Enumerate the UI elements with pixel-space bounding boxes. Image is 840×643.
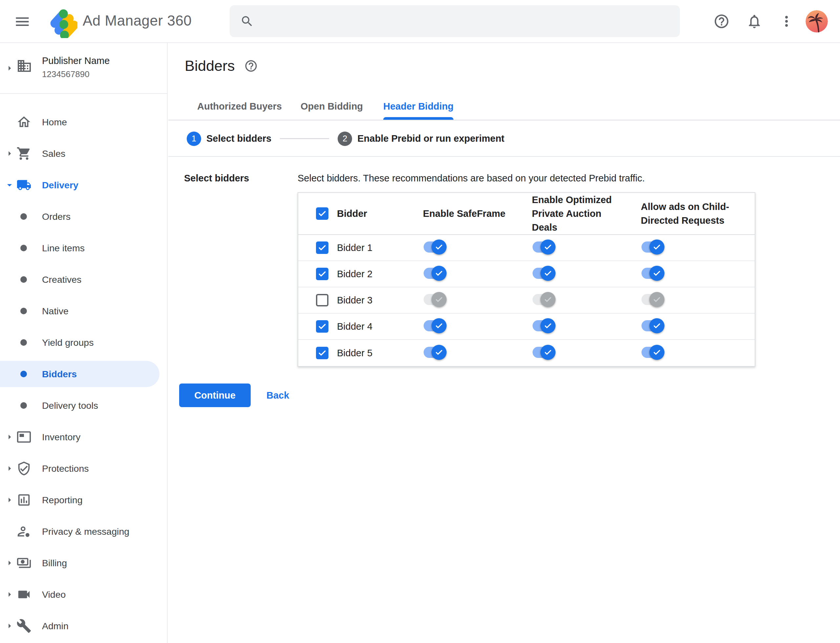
chevron-right-icon bbox=[4, 431, 15, 442]
row-checkbox[interactable] bbox=[316, 347, 328, 359]
page-help-icon[interactable] bbox=[244, 59, 258, 73]
row-checkbox[interactable] bbox=[316, 268, 328, 280]
child-directed-toggle[interactable] bbox=[641, 240, 664, 255]
page-title: Bidders bbox=[185, 57, 235, 75]
table-row: Bidder 5 bbox=[298, 340, 755, 366]
step-1-number: 1 bbox=[187, 132, 201, 146]
optimized-deals-toggle[interactable] bbox=[533, 266, 556, 281]
child-directed-toggle[interactable] bbox=[641, 292, 664, 307]
child-directed-toggle[interactable] bbox=[641, 318, 664, 333]
hamburger-menu-icon[interactable] bbox=[14, 13, 31, 30]
banknote-icon bbox=[16, 555, 31, 571]
safeframe-toggle[interactable] bbox=[423, 292, 446, 307]
building-icon bbox=[16, 58, 32, 74]
continue-button[interactable]: Continue bbox=[179, 384, 251, 407]
back-link[interactable]: Back bbox=[266, 390, 289, 401]
top-app-bar: Ad Manager 360 bbox=[0, 0, 840, 43]
notifications-bell-icon[interactable] bbox=[746, 13, 763, 29]
sidebar-item-orders[interactable]: Orders bbox=[0, 201, 167, 232]
select-bidders-description: Select bidders. These recommendations ar… bbox=[297, 173, 645, 184]
bar-chart-icon bbox=[16, 493, 31, 508]
table-row: Bidder 1 bbox=[298, 235, 755, 261]
optimized-deals-toggle[interactable] bbox=[533, 318, 556, 333]
sidebar-item-yield-groups[interactable]: Yield groups bbox=[0, 327, 167, 358]
sidebar-nav: Publisher Name 1234567890 Home Sales Del… bbox=[0, 43, 168, 643]
bidder-name: Bidder 2 bbox=[337, 269, 373, 279]
ad-manager-logo-icon[interactable] bbox=[45, 5, 77, 38]
column-header-optimized-deals: Enable Optimized Private Auction Deals bbox=[532, 193, 641, 234]
safeframe-toggle[interactable] bbox=[423, 345, 446, 360]
sidebar-item-sales[interactable]: Sales bbox=[0, 138, 167, 169]
truck-icon bbox=[16, 178, 31, 193]
sidebar-item-line-items[interactable]: Line items bbox=[0, 232, 167, 264]
table-row: Bidder 3 bbox=[298, 287, 755, 313]
child-directed-toggle[interactable] bbox=[641, 345, 664, 360]
more-options-icon[interactable] bbox=[778, 13, 795, 29]
bullet-icon bbox=[20, 276, 27, 283]
sidebar-item-native[interactable]: Native bbox=[0, 295, 167, 327]
tab-header-bidding[interactable]: Header Bidding bbox=[383, 101, 453, 120]
bidder-name: Bidder 4 bbox=[337, 321, 373, 332]
row-checkbox[interactable] bbox=[316, 320, 328, 333]
sidebar-item-privacy-messaging[interactable]: Privacy & messaging bbox=[0, 516, 167, 547]
step-2-enable-prebid[interactable]: 2 Enable Prebid or run experiment bbox=[338, 132, 504, 146]
sidebar-item-inventory[interactable]: Inventory bbox=[0, 421, 167, 453]
optimized-deals-toggle[interactable] bbox=[533, 292, 556, 307]
sidebar-item-bidders[interactable]: Bidders bbox=[0, 358, 167, 390]
row-checkbox[interactable] bbox=[316, 294, 328, 307]
cart-icon bbox=[16, 146, 31, 161]
chevron-right-icon bbox=[4, 463, 15, 474]
column-header-safeframe: Enable SafeFrame bbox=[423, 207, 532, 220]
sidebar-item-delivery[interactable]: Delivery bbox=[0, 169, 167, 201]
search-input[interactable] bbox=[262, 11, 680, 31]
child-directed-toggle[interactable] bbox=[641, 266, 664, 281]
table-row: Bidder 2 bbox=[298, 261, 755, 287]
search-icon bbox=[240, 15, 254, 28]
wizard-stepper: 1 Select bidders 2 Enable Prebid or run … bbox=[168, 121, 840, 157]
tab-open-bidding[interactable]: Open Bidding bbox=[301, 101, 363, 120]
sidebar-item-admin[interactable]: Admin bbox=[0, 610, 167, 642]
publisher-account-switcher[interactable]: Publisher Name 1234567890 bbox=[0, 43, 167, 94]
column-header-child-directed: Allow ads on Child-Directed Requests bbox=[641, 200, 755, 227]
ad-unit-icon bbox=[16, 429, 31, 444]
sidebar-nav-list: Home Sales Delivery Orders Line items bbox=[0, 106, 167, 642]
optimized-deals-toggle[interactable] bbox=[533, 240, 556, 255]
sidebar-item-protections[interactable]: Protections bbox=[0, 453, 167, 484]
user-avatar[interactable] bbox=[806, 10, 828, 33]
help-icon[interactable] bbox=[713, 13, 730, 29]
table-header-row: Bidder Enable SafeFrame Enable Optimized… bbox=[298, 193, 755, 235]
safeframe-toggle[interactable] bbox=[423, 240, 446, 255]
chevron-right-icon bbox=[4, 589, 15, 600]
tabs-bar: Authorized Buyers Open Bidding Header Bi… bbox=[168, 92, 840, 121]
tab-authorized-buyers[interactable]: Authorized Buyers bbox=[197, 101, 282, 120]
sidebar-item-delivery-tools[interactable]: Delivery tools bbox=[0, 390, 167, 421]
bullet-icon bbox=[20, 213, 27, 220]
video-camera-icon bbox=[16, 587, 31, 602]
chevron-right-icon bbox=[4, 620, 15, 632]
bidder-name: Bidder 1 bbox=[337, 242, 373, 253]
select-all-checkbox[interactable] bbox=[316, 207, 328, 220]
column-header-bidder: Bidder bbox=[337, 208, 367, 219]
step-connector-line bbox=[280, 138, 329, 139]
sidebar-item-billing[interactable]: Billing bbox=[0, 547, 167, 579]
bullet-icon bbox=[20, 308, 27, 314]
chevron-right-icon bbox=[4, 148, 15, 159]
chevron-right-icon bbox=[4, 63, 15, 74]
sidebar-item-creatives[interactable]: Creatives bbox=[0, 264, 167, 295]
sidebar-item-reporting[interactable]: Reporting bbox=[0, 484, 167, 516]
chevron-right-icon bbox=[4, 557, 15, 568]
sidebar-item-home[interactable]: Home bbox=[0, 106, 167, 138]
bidders-table: Bidder Enable SafeFrame Enable Optimized… bbox=[297, 192, 755, 367]
safeframe-toggle[interactable] bbox=[423, 318, 446, 333]
bullet-icon bbox=[20, 339, 27, 346]
bidder-name: Bidder 5 bbox=[337, 348, 373, 359]
step-2-number: 2 bbox=[338, 132, 352, 146]
safeframe-toggle[interactable] bbox=[423, 266, 446, 281]
optimized-deals-toggle[interactable] bbox=[533, 345, 556, 360]
ad-manager-app: Ad Manager 360 bbox=[0, 0, 840, 643]
sidebar-item-video[interactable]: Video bbox=[0, 579, 167, 610]
publisher-name: Publisher Name bbox=[42, 55, 109, 66]
global-search-bar[interactable] bbox=[230, 5, 680, 37]
step-1-select-bidders[interactable]: 1 Select bidders bbox=[187, 132, 271, 146]
row-checkbox[interactable] bbox=[316, 242, 328, 254]
